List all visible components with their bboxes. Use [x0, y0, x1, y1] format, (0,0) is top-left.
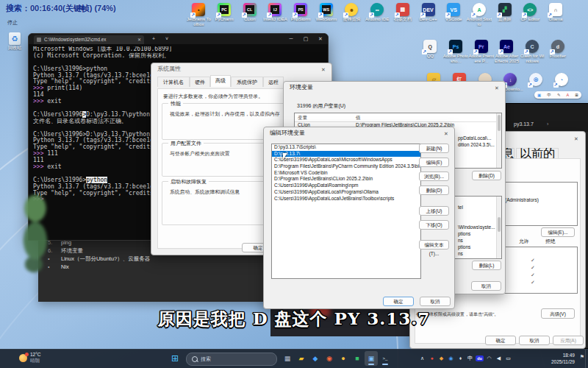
editenv-button[interactable]: 删除(D)	[419, 185, 449, 195]
ok-button[interactable]: 确定	[485, 336, 516, 345]
minimize-button[interactable]: ─	[285, 34, 297, 43]
tab-远程[interactable]: 远程	[263, 77, 284, 87]
ime-toolbar-icon[interactable]: ⊞	[575, 91, 578, 99]
widget-app-icon[interactable]: ▦	[281, 351, 294, 366]
tab-close-icon[interactable]: ✕	[137, 35, 141, 44]
ime-toolbar[interactable]: ▣中✎A⊞	[534, 91, 581, 99]
editenv-button[interactable]: 浏览(B)...	[419, 171, 449, 181]
terminal-active-icon[interactable]: ▣	[365, 351, 378, 366]
tab-硬件[interactable]: 硬件	[190, 77, 210, 87]
after-effects-shortcut[interactable]: Ae↗Adobe After Effects 2025	[494, 40, 520, 63]
vscode-shortcut[interactable]: VS↗VSCode	[441, 3, 467, 26]
dev-cpp-shortcut[interactable]: DEV↗Dev-C++	[415, 3, 441, 26]
editenv-button[interactable]: 新建(N)	[419, 144, 449, 153]
path-list-item[interactable]: D:\py3.13.7\	[272, 151, 420, 158]
photoshop-shortcut[interactable]: Ps↗Adobe Photosho...	[443, 40, 469, 63]
app-green-taskbar-icon[interactable]: ■	[351, 351, 364, 366]
path-list-item[interactable]: C:\Users\31996\AppData\Roaming\npm	[272, 183, 420, 189]
tab-previous-versions[interactable]: 以前的版本	[516, 148, 559, 158]
path-list-item[interactable]: D:\Program Files\JetBrains\PyCharm Commu…	[272, 163, 420, 170]
close-icon[interactable]: ✕	[492, 84, 502, 92]
path-list[interactable]: D:\py3.13.7\Scripts\D:\py3.13.7\C:\Users…	[271, 144, 421, 279]
tab-高级[interactable]: 高级	[210, 75, 231, 87]
terminal-tab[interactable]: C:\Windows\system32\cmd.ex ✕	[34, 35, 144, 44]
recording-dot-icon[interactable]: ●	[427, 351, 437, 366]
file-explorer-icon[interactable]: ▰	[295, 351, 308, 366]
path-list-item[interactable]: D:\py3.13.7\Scripts\	[272, 144, 420, 151]
editenv-button[interactable]: 编辑文本(T)...	[419, 240, 449, 250]
ollama-shortcut[interactable]: ∩↗Ollama	[543, 3, 569, 26]
path-list-item[interactable]: C:\Users\31996\AppData\Local\JetBrains\T…	[272, 196, 420, 202]
tab-系统保护[interactable]: 系统保护	[231, 77, 263, 87]
notification-icon[interactable]: ⚑	[580, 354, 584, 360]
ime-icon[interactable]: 中	[465, 351, 475, 366]
android-studio-shortcut[interactable]: A↗Android Studio	[467, 3, 492, 26]
close-icon[interactable]: ✕	[318, 66, 329, 74]
path-list-item[interactable]: D:\Program Files\JetBrains\CLion 2025.2.…	[272, 176, 420, 183]
close-button[interactable]: ✕	[315, 34, 326, 43]
editenv-button[interactable]: 下移(O)	[419, 220, 449, 230]
app-red-shortcut[interactable]: ▤↗石墨文档	[390, 3, 416, 26]
clash-shortcut[interactable]: C↗Clash for Windows	[520, 40, 545, 63]
maximize-button[interactable]: ▢	[300, 34, 312, 43]
volume-icon[interactable]: ◀	[494, 351, 503, 366]
intellij-idea-shortcut[interactable]: IJ↗IntelliJ IDEA	[262, 3, 288, 26]
path-list-item[interactable]: E:\Microsoft VS Code\bin	[272, 170, 420, 177]
ok-button[interactable]: 确定	[383, 297, 414, 306]
path-list-item[interactable]: C:\Users\31996\AppData\Local\Microsoft\W…	[272, 157, 420, 163]
phpstorm-shortcut[interactable]: PS↗PhpStorm	[288, 3, 314, 26]
clion-shortcut[interactable]: CL↗CLion	[237, 3, 262, 26]
mic-icon[interactable]: ♦	[456, 351, 465, 366]
edit-permissions-button[interactable]: 编辑(E)...	[541, 227, 575, 237]
cancel-button[interactable]: 取消	[519, 336, 550, 345]
qq-browser-shortcut[interactable]: ◎↗	[523, 73, 549, 92]
arduino-ide-shortcut[interactable]: ∞↗Arduino IDE	[365, 3, 390, 26]
recycle-bin-icon[interactable]: ♻ 回收站	[2, 32, 27, 51]
delete-user-variable-button[interactable]: 删除(D)	[472, 171, 501, 180]
close-icon[interactable]: ✕	[571, 135, 581, 143]
pycharm-shortcut[interactable]: PC↗PyCharm	[212, 3, 237, 26]
tray-chevron-icon[interactable]: ∧	[417, 351, 427, 366]
ime-toolbar-icon[interactable]: A	[567, 91, 570, 99]
ime-toolbar-icon[interactable]: ▣	[537, 91, 541, 99]
tray-blue-icon[interactable]: ◉	[446, 351, 456, 366]
app-yellow-taskbar-icon[interactable]: ●	[337, 351, 350, 366]
scrollbar[interactable]	[496, 113, 501, 168]
app-dark-shortcut[interactable]: ▞↗直播姬	[492, 3, 517, 26]
app-blue-taskbar-icon[interactable]: ◆	[309, 351, 322, 366]
jetbrains-toolbox-shortcut[interactable]: ▪↗JetBrains Toolbox	[186, 3, 212, 26]
qq-shortcut[interactable]: Q↗QQ	[417, 40, 443, 63]
defender-icon[interactable]: ◆	[437, 351, 446, 366]
premiere-shortcut[interactable]: Pr↗Adobe Premiere P...	[468, 40, 494, 63]
ime-toolbar-icon[interactable]: 中	[547, 91, 551, 99]
emoji-app-shortcut[interactable]: ☻↗蜜蜂剪辑	[339, 3, 365, 26]
ime-toolbar-icon[interactable]: ✎	[557, 91, 561, 99]
weather-widget[interactable]: 12°C 晴朗	[19, 352, 41, 364]
cancel-button[interactable]: 取消	[420, 297, 451, 306]
tab-计算机名[interactable]: 计算机名	[157, 77, 190, 87]
webstorm-shortcut[interactable]: WS↗WebStorm	[313, 3, 339, 26]
battery-icon[interactable]: ▭	[503, 351, 513, 366]
administrators-entry[interactable]: (Administrators)	[505, 197, 539, 202]
cancel-button[interactable]: 取消	[471, 281, 501, 291]
baidu-netdisk-shortcut[interactable]: ◔↗	[548, 73, 574, 92]
cp-editor-shortcut[interactable]: <>↗CP Editor	[517, 3, 543, 26]
editenv-button[interactable]: 上移(U)	[419, 206, 449, 216]
new-tab-button[interactable]: +	[148, 34, 159, 43]
powershell-icon[interactable]: >_	[379, 351, 392, 366]
path-list-item[interactable]: C:\Users\31996\AppData\Local\Programs\Ol…	[272, 189, 420, 196]
tab-dropdown-icon[interactable]: ˅	[161, 34, 173, 43]
delete-system-variable-button[interactable]: 删除(L)	[472, 261, 501, 270]
scrollbar[interactable]	[496, 197, 501, 258]
baidu-ime-icon[interactable]: du	[475, 351, 484, 366]
proxifier-shortcut[interactable]: d↗Proxifier	[545, 40, 570, 63]
browser-orange-icon[interactable]: ◉	[323, 351, 336, 366]
close-icon[interactable]: ✕	[441, 130, 451, 138]
wifi-icon[interactable]: ◠	[484, 351, 494, 366]
taskbar-clock[interactable]: 18:49 2025/11/29	[551, 352, 575, 365]
editenv-button[interactable]: 编辑(E)	[419, 158, 449, 167]
apply-button[interactable]: 应用(A)	[553, 336, 584, 345]
show-desktop-button[interactable]	[585, 350, 588, 368]
start-button[interactable]: ⊞	[171, 353, 179, 364]
search-input[interactable]: 搜索	[186, 353, 277, 366]
